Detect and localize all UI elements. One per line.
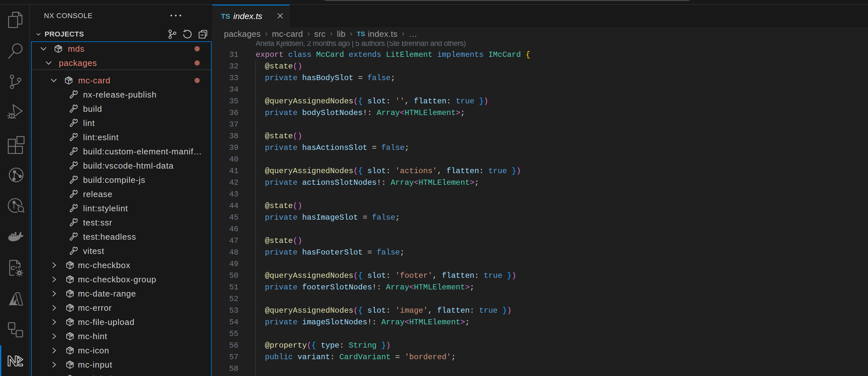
svg-text:C: C: [11, 264, 15, 271]
